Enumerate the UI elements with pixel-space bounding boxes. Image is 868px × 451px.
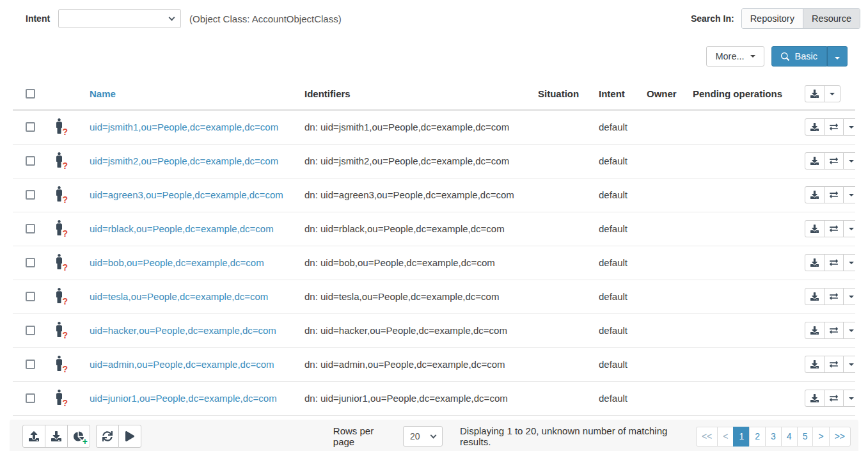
upload-icon: [29, 431, 39, 441]
page-button[interactable]: 3: [765, 427, 782, 447]
row-menu-button[interactable]: [843, 288, 855, 305]
row-change-owner-button[interactable]: [824, 220, 844, 237]
caret-down-icon: [849, 262, 854, 264]
row-menu-button[interactable]: [843, 118, 855, 136]
more-label: More...: [715, 51, 744, 61]
account-unknown-icon: ?: [52, 356, 65, 371]
row-checkbox[interactable]: [26, 326, 35, 335]
row-change-owner-button[interactable]: [824, 254, 844, 271]
resume-refresh-button[interactable]: [118, 425, 141, 448]
table-row: ? uid=hacker,ou=People,dc=example,dc=com…: [13, 313, 855, 347]
create-report-button[interactable]: +: [67, 425, 90, 448]
page-button[interactable]: <: [717, 427, 734, 447]
owner-cell: [636, 280, 683, 313]
page-button[interactable]: 4: [781, 427, 798, 447]
row-download-button[interactable]: [805, 254, 825, 271]
download-icon: [810, 225, 819, 233]
row-change-owner-button[interactable]: [824, 390, 844, 407]
page-button[interactable]: 5: [797, 427, 814, 447]
row-checkbox[interactable]: [26, 258, 35, 267]
row-actions-group: [805, 186, 855, 203]
account-name-link[interactable]: uid=bob,ou=People,dc=example,dc=com: [90, 257, 264, 268]
row-checkbox[interactable]: [26, 190, 35, 200]
account-name-link[interactable]: uid=jsmith2,ou=People,dc=example,dc=com: [90, 155, 278, 166]
account-name-link[interactable]: uid=junior1,ou=People,dc=example,dc=com: [90, 393, 277, 404]
search-mode-dropdown-button[interactable]: [827, 46, 848, 67]
refresh-icon: [102, 431, 113, 441]
row-menu-button[interactable]: [843, 186, 855, 203]
download-icon: [810, 123, 819, 131]
row-change-owner-button[interactable]: [824, 288, 844, 305]
import-button[interactable]: [22, 425, 45, 448]
pending-operations-cell: [683, 212, 788, 246]
row-menu-button[interactable]: [843, 322, 855, 339]
account-name-link[interactable]: uid=agreen3,ou=People,dc=example,dc=com: [90, 189, 283, 200]
situation-cell: [528, 144, 588, 178]
identifiers-cell: dn: uid=jsmith2,ou=People,dc=example,dc=…: [294, 144, 528, 178]
row-download-button[interactable]: [805, 322, 825, 339]
row-download-button[interactable]: [805, 220, 825, 237]
export-button[interactable]: [45, 425, 68, 448]
situation-cell: [528, 381, 588, 415]
row-checkbox[interactable]: [26, 156, 35, 166]
page-button[interactable]: >: [812, 427, 829, 447]
page-button[interactable]: 2: [749, 427, 766, 447]
row-download-button[interactable]: [805, 356, 825, 373]
account-name-link[interactable]: uid=tesla,ou=People,dc=example,dc=com: [90, 291, 268, 302]
row-checkbox[interactable]: [26, 122, 35, 132]
row-checkbox[interactable]: [26, 224, 35, 233]
search-in-label: Search In:: [691, 13, 734, 24]
row-download-button[interactable]: [805, 186, 825, 203]
intent-select[interactable]: [58, 9, 181, 28]
search-in-repository-button[interactable]: Repository: [742, 9, 803, 28]
row-download-button[interactable]: [805, 152, 825, 170]
row-actions-group: [805, 390, 855, 407]
page-button[interactable]: >>: [829, 427, 851, 447]
row-change-owner-button[interactable]: [824, 118, 844, 136]
owner-cell: [636, 178, 683, 212]
row-menu-button[interactable]: [843, 152, 855, 170]
row-download-button[interactable]: [805, 118, 825, 136]
row-checkbox[interactable]: [26, 360, 35, 369]
account-unknown-icon: ?: [52, 390, 65, 405]
row-actions-group: [805, 288, 855, 305]
page-button[interactable]: 1: [733, 427, 750, 447]
row-menu-button[interactable]: [843, 356, 855, 373]
row-change-owner-button[interactable]: [824, 322, 844, 339]
rows-per-page-select[interactable]: 20: [403, 426, 443, 447]
table-row: ? uid=tesla,ou=People,dc=example,dc=com …: [13, 280, 855, 313]
identifiers-cell: dn: uid=jsmith1,ou=People,dc=example,dc=…: [294, 110, 528, 144]
account-name-link[interactable]: uid=hacker,ou=People,dc=example,dc=com: [90, 325, 276, 336]
row-change-owner-button[interactable]: [824, 152, 844, 170]
row-checkbox[interactable]: [26, 393, 35, 403]
search-in-resource-button[interactable]: Resource: [803, 9, 860, 28]
filter-row: More... Basic: [0, 46, 868, 67]
situation-cell: [528, 280, 588, 313]
more-filters-button[interactable]: More...: [706, 46, 764, 67]
exchange-icon: [830, 360, 838, 368]
row-menu-button[interactable]: [843, 220, 855, 237]
row-change-owner-button[interactable]: [824, 186, 844, 203]
basic-search-button[interactable]: Basic: [771, 46, 827, 67]
intent-cell: default: [588, 313, 636, 347]
export-menu-button[interactable]: [824, 85, 840, 102]
situation-cell: [528, 178, 588, 212]
row-checkbox[interactable]: [26, 292, 35, 301]
row-menu-button[interactable]: [843, 254, 855, 271]
row-menu-button[interactable]: [843, 390, 855, 407]
intent-cell: default: [588, 178, 636, 212]
account-unknown-icon: ?: [52, 220, 65, 235]
pending-operations-cell: [683, 381, 788, 415]
row-download-button[interactable]: [805, 390, 825, 407]
select-all-checkbox[interactable]: [26, 89, 35, 99]
page-button[interactable]: <<: [696, 427, 718, 447]
row-download-button[interactable]: [805, 288, 825, 305]
row-change-owner-button[interactable]: [824, 356, 844, 373]
account-name-link[interactable]: uid=admin,ou=People,dc=example,dc=com: [90, 359, 274, 370]
column-header-name[interactable]: Name: [90, 88, 116, 99]
export-download-button[interactable]: [805, 85, 825, 102]
account-name-link[interactable]: uid=rblack,ou=People,dc=example,dc=com: [90, 223, 274, 234]
account-name-link[interactable]: uid=jsmith1,ou=People,dc=example,dc=com: [90, 122, 278, 132]
question-mark-badge: ?: [62, 161, 68, 170]
refresh-button[interactable]: [96, 425, 119, 448]
